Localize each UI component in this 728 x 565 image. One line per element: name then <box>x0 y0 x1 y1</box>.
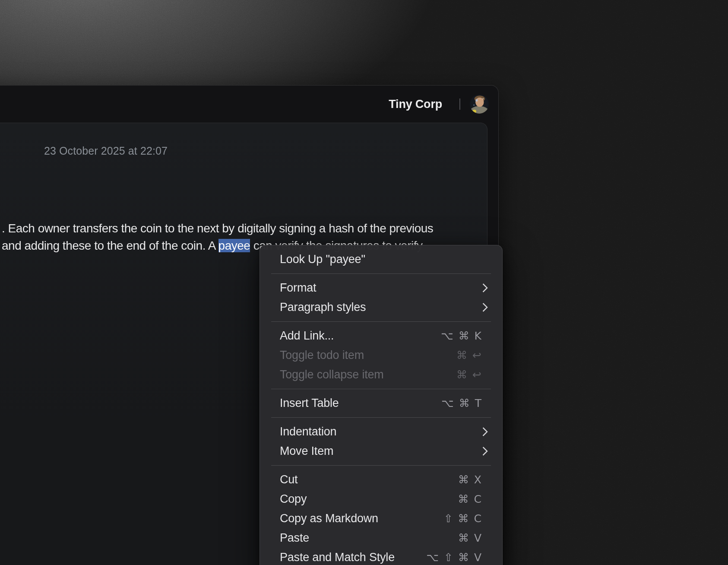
menu-item-toggle-todo: Toggle todo item ⌘ ↩ <box>260 346 502 365</box>
menu-item-indentation[interactable]: Indentation <box>260 422 502 441</box>
shortcut-hint: ⇧ ⌘ C <box>444 512 482 525</box>
shortcut-hint: ⌘ ↩ <box>456 349 482 362</box>
note-timestamp: 23 October 2025 at 22:07 <box>44 145 168 157</box>
window-header: Tiny Corp <box>0 86 498 123</box>
menu-item-paragraph-styles[interactable]: Paragraph styles <box>260 298 502 317</box>
menu-item-copy[interactable]: Copy ⌘ C <box>260 489 502 509</box>
menu-separator <box>271 465 491 466</box>
shortcut-hint: ⌘ X <box>458 473 482 486</box>
shortcut-hint: ⌘ ↩ <box>456 368 482 381</box>
chevron-right-icon <box>479 447 488 456</box>
context-menu: Look Up "payee" Format Paragraph styles … <box>260 245 503 565</box>
user-avatar[interactable] <box>470 95 489 114</box>
header-divider <box>459 98 460 110</box>
shortcut-hint: ⌥ ⌘ T <box>441 397 482 409</box>
menu-separator <box>271 321 491 322</box>
screen: Tiny Corp 23 October 2025 at 22:07 . Eac… <box>0 0 728 565</box>
chevron-right-icon <box>479 283 488 292</box>
menu-item-cut[interactable]: Cut ⌘ X <box>260 470 502 489</box>
menu-separator <box>271 273 491 274</box>
menu-item-move-item[interactable]: Move Item <box>260 441 502 461</box>
selected-text[interactable]: payee <box>218 239 250 252</box>
menu-item-paste[interactable]: Paste ⌘ V <box>260 528 502 548</box>
note-text-line: . Each owner transfers the coin to the n… <box>2 220 433 237</box>
menu-item-format[interactable]: Format <box>260 278 502 298</box>
workspace-title[interactable]: Tiny Corp <box>389 98 442 111</box>
shortcut-hint: ⌥ ⌘ K <box>441 330 482 342</box>
chevron-right-icon <box>479 303 488 312</box>
menu-item-copy-as-markdown[interactable]: Copy as Markdown ⇧ ⌘ C <box>260 509 502 528</box>
shortcut-hint: ⌘ V <box>458 532 482 544</box>
shortcut-hint: ⌥ ⇧ ⌘ V <box>426 551 482 564</box>
menu-item-paste-and-match-style[interactable]: Paste and Match Style ⌥ ⇧ ⌘ V <box>260 548 502 565</box>
menu-item-add-link[interactable]: Add Link... ⌥ ⌘ K <box>260 326 502 346</box>
chevron-right-icon <box>479 427 488 436</box>
menu-separator <box>271 417 491 418</box>
menu-separator <box>271 389 491 389</box>
menu-item-insert-table[interactable]: Insert Table ⌥ ⌘ T <box>260 394 502 413</box>
menu-item-look-up[interactable]: Look Up "payee" <box>260 250 502 269</box>
shortcut-hint: ⌘ C <box>458 493 482 505</box>
menu-item-toggle-collapse: Toggle collapse item ⌘ ↩ <box>260 365 502 384</box>
